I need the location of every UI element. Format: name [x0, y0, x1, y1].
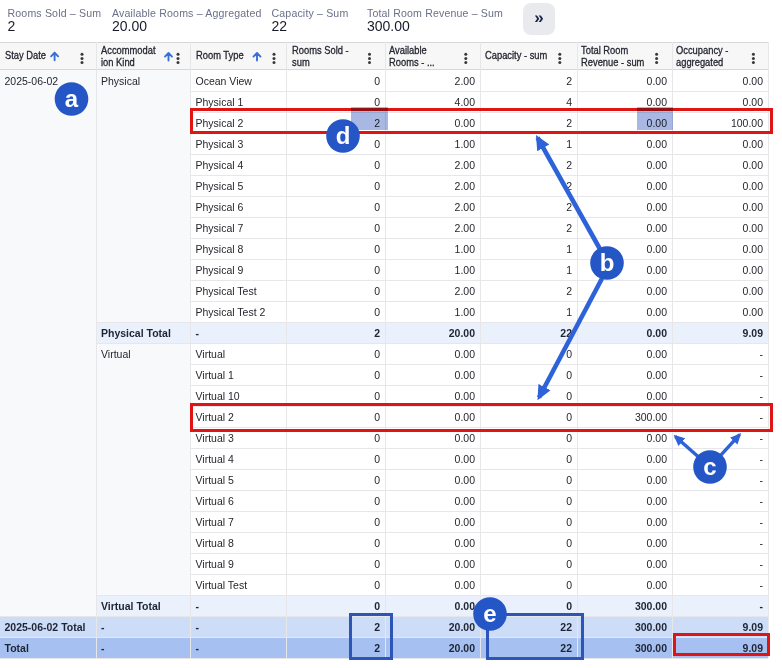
svg-text:b: b	[600, 249, 615, 276]
svg-text:e: e	[483, 600, 496, 627]
svg-text:d: d	[336, 122, 351, 149]
svg-text:a: a	[65, 85, 79, 112]
svg-text:c: c	[703, 453, 716, 480]
